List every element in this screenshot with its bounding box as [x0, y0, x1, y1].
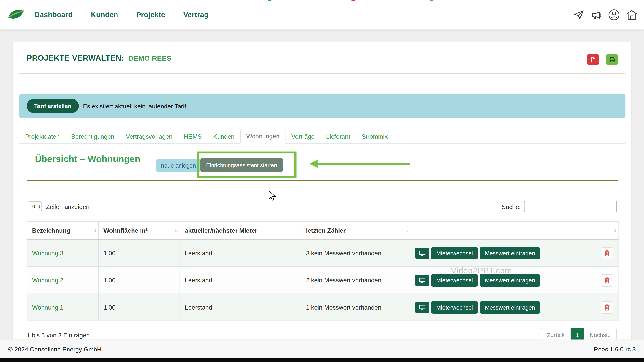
- sort-icon: ↑↓: [93, 228, 96, 233]
- tab-vertraege[interactable]: Verträge: [286, 130, 320, 143]
- app-logo[interactable]: [8, 8, 24, 23]
- pagination-prev-button[interactable]: Zurück: [541, 328, 570, 340]
- section-heading: Übersicht – Wohnungen: [35, 154, 140, 165]
- table-info: 1 bis 3 von 3 Einträgen: [27, 332, 90, 339]
- tab-wohnungen[interactable]: Wohnungen: [240, 129, 286, 144]
- mieterwechsel-button[interactable]: Mieterwechsel: [431, 301, 478, 314]
- cell-meter: 1 kein Messwert vorhanden: [301, 294, 410, 321]
- nav-item-kunden[interactable]: Kunden: [91, 10, 118, 19]
- cell-meter: 3 kein Messwert vorhanden: [301, 240, 410, 267]
- footer-copyright: © 2024 Consolinno Energy GmbH.: [8, 340, 103, 358]
- tab-lieferant[interactable]: Lieferant: [320, 130, 356, 143]
- content-card: PROJEKTE VERWALTEN: DEMO REES Tarif erst…: [12, 41, 632, 340]
- cell-tenant: Leerstand: [180, 294, 301, 321]
- watermark: Video2PPT.com: [451, 266, 512, 275]
- cell-meter: 2 kein Messwert vorhanden: [301, 267, 410, 294]
- pagination: Zurück 1 Nächste: [541, 328, 617, 340]
- header-bezeichnung[interactable]: Bezeichnung↑↓: [27, 221, 98, 240]
- nav-item-vertrag[interactable]: Vertrag: [183, 10, 208, 19]
- main-nav: Dashboard Kunden Projekte Vertrag: [34, 0, 208, 30]
- search-input[interactable]: [524, 201, 617, 212]
- meter-display-button[interactable]: [415, 302, 429, 313]
- export-pdf-button[interactable]: [588, 54, 599, 65]
- screen-bottom-bar: [0, 358, 644, 362]
- table-row: Wohnung 3 1.00 Leerstand 3 kein Messwert…: [27, 240, 618, 267]
- page-title-row: PROJEKTE VERWALTEN: DEMO REES: [27, 54, 172, 63]
- megaphone-icon[interactable]: [590, 9, 602, 20]
- wohnungen-table: Bezeichnung↑↓ Wohnfläche m²↑↓ aktueller/…: [27, 221, 619, 321]
- app-window: Dashboard Kunden Projekte Vertrag: [0, 0, 644, 362]
- page-subtitle: DEMO REES: [128, 55, 171, 62]
- rows-per-page-select[interactable]: 10 ▴▾: [28, 201, 42, 211]
- cell-area: 1.00: [98, 294, 180, 321]
- leaf-logo-icon: [8, 8, 24, 21]
- mieterwechsel-button[interactable]: Mieterwechsel: [431, 247, 478, 259]
- send-icon[interactable]: [573, 9, 584, 20]
- meter-display-button[interactable]: [415, 274, 429, 286]
- title-divider: [19, 73, 626, 74]
- pagination-next-button[interactable]: Nächste: [584, 328, 617, 340]
- delete-button[interactable]: [601, 247, 613, 259]
- header-mieter[interactable]: aktueller/nächster Mieter↑↓: [180, 221, 301, 240]
- annotation-arrow-head: [309, 160, 318, 168]
- mieterwechsel-button[interactable]: Mieterwechsel: [431, 274, 478, 286]
- rows-per-page-label: Zeilen anzeigen: [46, 203, 90, 210]
- wohnung-link[interactable]: Wohnung 1: [32, 304, 64, 311]
- top-navbar: Dashboard Kunden Projekte Vertrag: [0, 0, 644, 30]
- search-label: Suche:: [502, 203, 521, 210]
- table-header-row: Bezeichnung↑↓ Wohnfläche m²↑↓ aktueller/…: [27, 221, 618, 240]
- header-zaehler[interactable]: letzten Zähler↑↓: [301, 221, 410, 240]
- sort-icon: ↑↓: [174, 228, 177, 233]
- nav-item-projekte[interactable]: Projekte: [136, 10, 165, 19]
- sort-icon: ↑↓: [296, 228, 298, 233]
- screen-artifact: [352, 0, 355, 1]
- tarif-erstellen-button[interactable]: Tarif erstellen: [27, 99, 79, 113]
- delete-button[interactable]: [601, 274, 613, 286]
- trash-icon: [604, 277, 610, 284]
- tab-projektdaten[interactable]: Projektdaten: [19, 130, 66, 143]
- wohnung-link[interactable]: Wohnung 3: [32, 250, 64, 257]
- tab-strommix[interactable]: Strommix: [356, 130, 394, 143]
- topbar-icons: [573, 0, 637, 30]
- tab-berechtigungen[interactable]: Berechtigungen: [66, 130, 120, 143]
- cell-area: 1.00: [98, 240, 180, 267]
- tab-kunden[interactable]: Kunden: [208, 130, 240, 143]
- search-area: Suche:: [502, 201, 617, 212]
- tab-vertragsvorlagen[interactable]: Vertragsvorlagen: [120, 130, 178, 143]
- table-row: Wohnung 1 1.00 Leerstand 1 kein Messwert…: [27, 294, 618, 321]
- user-icon[interactable]: [608, 9, 620, 20]
- cell-area: 1.00: [98, 267, 180, 294]
- home-icon[interactable]: [626, 9, 637, 20]
- annotation-arrow-line: [318, 163, 410, 165]
- monitor-icon: [419, 277, 426, 283]
- printer-icon: [609, 56, 615, 63]
- header-actions[interactable]: ↑↓: [410, 221, 618, 240]
- meter-display-button[interactable]: [415, 248, 429, 259]
- einrichtungsassistent-button[interactable]: Einrichtungsassistent starten: [200, 158, 283, 172]
- delete-button[interactable]: [601, 301, 613, 314]
- section-divider: [27, 180, 618, 181]
- header-wohnflaeche[interactable]: Wohnfläche m²↑↓: [98, 221, 180, 240]
- trash-icon: [604, 304, 610, 311]
- neue-anlegen-button[interactable]: neue anlegen: [156, 159, 201, 172]
- sort-icon: ↑↓: [613, 228, 616, 233]
- banner-message: Es existiert aktuell kein laufender Tari…: [83, 102, 188, 109]
- monitor-icon: [419, 250, 426, 256]
- select-arrows-icon: ▴▾: [39, 204, 40, 209]
- print-button[interactable]: [606, 54, 618, 65]
- pagination-page-1[interactable]: 1: [571, 328, 584, 340]
- screen-artifact: [430, 0, 433, 1]
- messwert-eintragen-button[interactable]: Messwert eintragen: [480, 247, 540, 259]
- nav-item-dashboard[interactable]: Dashboard: [34, 10, 73, 19]
- file-icon: [591, 57, 595, 62]
- messwert-eintragen-button[interactable]: Messwert eintragen: [480, 274, 540, 286]
- messwert-eintragen-button[interactable]: Messwert eintragen: [480, 301, 540, 314]
- wohnung-link[interactable]: Wohnung 2: [32, 277, 64, 284]
- rows-per-page-value: 10: [30, 204, 35, 209]
- cell-tenant: Leerstand: [180, 267, 301, 294]
- page-title: PROJEKTE VERWALTEN:: [27, 54, 124, 62]
- tab-hems[interactable]: HEMS: [178, 130, 208, 143]
- footer-version: Rees 1.6.0-rc.3: [594, 340, 636, 358]
- screen-artifact: [268, 0, 272, 1]
- trash-icon: [604, 250, 610, 257]
